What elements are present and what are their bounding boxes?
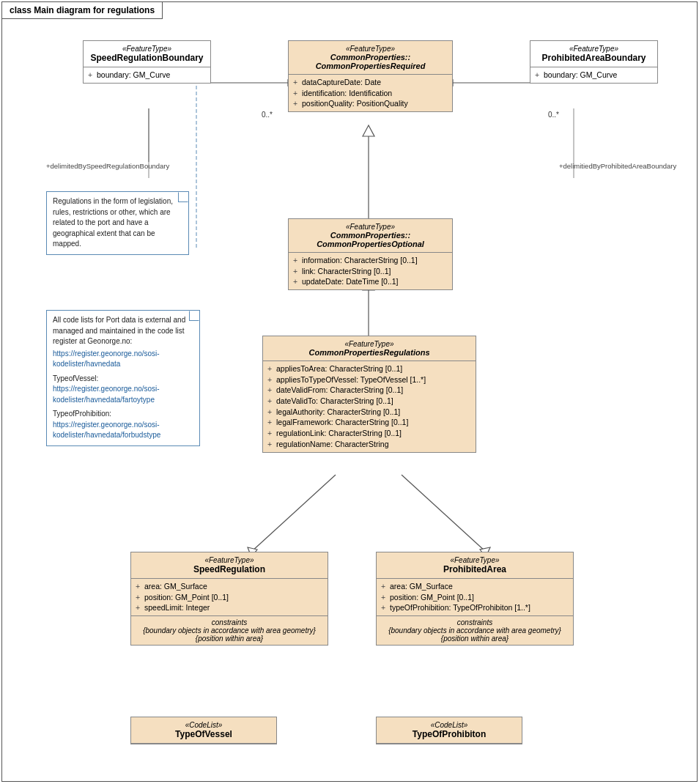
cpregs-stereotype: «FeatureType» [267, 340, 471, 348]
cpr-classname1: CommonProperties:: [293, 53, 448, 62]
pa-attr-2: + typeOfProhibition: TypeOfProhibiton [1… [381, 602, 569, 613]
pa-attr-1: + position: GM_Point [0..1] [381, 592, 569, 603]
sr-constraints-text2: {position within area} [136, 635, 323, 643]
pa-stereotype: «FeatureType» [381, 556, 569, 564]
cpo-attr-2: + updateDate: DateTime [0..1] [293, 276, 448, 287]
pa-classname: ProhibitedArea [381, 564, 569, 574]
pab-classname: ProhibitedAreaBoundary [535, 53, 653, 63]
note2-typeofprohibition-label: TypeofProhibition: [53, 409, 193, 420]
cpo-classname1: CommonProperties:: [293, 231, 448, 240]
sr-stereotype: «FeatureType» [136, 556, 323, 564]
cpregs-attr-5: + legalFramework: CharacterString [0..1] [267, 417, 471, 428]
svg-line-8 [251, 475, 336, 552]
cpregs-attr-3: + dateValidTo: CharacterString [0..1] [267, 396, 471, 407]
cpo-header: «FeatureType» CommonProperties:: CommonP… [289, 219, 452, 253]
note2-link3[interactable]: https://register.geonorge.no/sosi-kodeli… [53, 421, 160, 440]
sr-attr-0: + area: GM_Surface [136, 581, 323, 592]
tov-classname: TypeOfVessel [136, 729, 272, 739]
cpr-attr-1: + identification: Identification [293, 88, 448, 99]
sr-body: + area: GM_Surface + position: GM_Point … [131, 579, 328, 615]
srb-body: + boundary: GM_Curve [84, 67, 210, 83]
tov-header: «CodeList» TypeOfVessel [131, 717, 276, 744]
sr-constraints-text: {boundary objects in accordance with are… [136, 626, 323, 635]
cpregs-attr-0: + appliesToArea: CharacterString [0..1] [267, 363, 471, 374]
cpr-attr-0: + dataCaptureDate: Date [293, 77, 448, 88]
cpr-header: «FeatureType» CommonProperties:: CommonP… [289, 41, 452, 75]
speed-regulation-boundary-header: «FeatureType» SpeedRegulationBoundary [84, 41, 210, 67]
note1-box: Regulations in the form of legislation, … [46, 191, 189, 255]
svg-marker-5 [363, 125, 374, 136]
speed-regulation-boundary-box: «FeatureType» SpeedRegulationBoundary + … [83, 40, 211, 84]
pa-body: + area: GM_Surface + position: GM_Point … [377, 579, 573, 615]
pa-constraints-text2: {position within area} [381, 635, 569, 643]
type-of-prohibiton-box: «CodeList» TypeOfProhibiton [376, 717, 522, 744]
cpo-stereotype: «FeatureType» [293, 223, 448, 231]
srb-plus-0: + [88, 70, 94, 81]
note1-corner [178, 192, 188, 202]
sr-constraints-title: constraints [136, 618, 323, 626]
srb-classname: SpeedRegulationBoundary [88, 53, 206, 63]
mult-left: 0..* [262, 111, 273, 119]
cpr-stereotype: «FeatureType» [293, 45, 448, 53]
cpr-body: + dataCaptureDate: Date + identification… [289, 75, 452, 111]
cpregs-header: «FeatureType» CommonPropertiesRegulation… [263, 336, 476, 361]
pa-header: «FeatureType» ProhibitedArea [377, 552, 573, 579]
note1-text: Regulations in the form of legislation, … [53, 197, 173, 248]
cpo-attr-0: + information: CharacterString [0..1] [293, 255, 448, 266]
cpregs-attr-2: + dateValidFrom: CharacterString [0..1] [267, 385, 471, 396]
cpregs-attr-7: + regulationName: CharacterString [267, 439, 471, 450]
srb-attr-text-0: boundary: GM_Curve [97, 70, 170, 81]
sr-attr-2: + speedLimit: Integer [136, 602, 323, 613]
delimited-by-pab-label: +delimitiedByProhibitedAreaBoundary [559, 162, 687, 170]
cpregs-attr-4: + legalAuthority: CharacterString [0..1] [267, 407, 471, 418]
note2-link2[interactable]: https://register.geonorge.no/sosi-kodeli… [53, 385, 160, 404]
type-of-vessel-box: «CodeList» TypeOfVessel [130, 717, 277, 744]
pa-constraints-text: {boundary objects in accordance with are… [381, 626, 569, 635]
common-properties-regulations-box: «FeatureType» CommonPropertiesRegulation… [262, 336, 476, 453]
note2-corner [189, 311, 199, 321]
sr-constraints: constraints {boundary objects in accorda… [131, 615, 328, 645]
mult-right: 0..* [548, 111, 559, 119]
prohibited-area-boundary-box: «FeatureType» ProhibitedAreaBoundary + b… [530, 40, 658, 84]
cpregs-classname: CommonPropertiesRegulations [267, 348, 471, 357]
note2-link1[interactable]: https://register.geonorge.no/sosi-kodeli… [53, 350, 160, 369]
cpo-classname2: CommonPropertiesOptional [293, 240, 448, 248]
cpregs-body: + appliesToArea: CharacterString [0..1] … [263, 361, 476, 452]
pab-stereotype: «FeatureType» [535, 45, 653, 53]
pab-attr-0: + boundary: GM_Curve [535, 70, 653, 81]
cpr-classname2: CommonPropertiesRequired [293, 62, 448, 70]
pab-header: «FeatureType» ProhibitedAreaBoundary [530, 41, 657, 67]
cpr-attr-2: + positionQuality: PositionQuality [293, 98, 448, 109]
cpo-body: + information: CharacterString [0..1] + … [289, 253, 452, 289]
cpregs-attr-6: + regulationLink: CharacterString [0..1] [267, 428, 471, 439]
top-classname: TypeOfProhibiton [381, 729, 517, 739]
sr-classname: SpeedRegulation [136, 564, 323, 574]
pa-constraints: constraints {boundary objects in accorda… [377, 615, 573, 645]
srb-stereotype: «FeatureType» [88, 45, 206, 53]
tov-stereotype: «CodeList» [136, 721, 272, 729]
diagram-container: class Main diagram for regulations [1, 1, 698, 782]
svg-line-10 [402, 475, 486, 552]
sr-attr-1: + position: GM_Point [0..1] [136, 592, 323, 603]
pab-body: + boundary: GM_Curve [530, 67, 657, 83]
top-header: «CodeList» TypeOfProhibiton [377, 717, 522, 744]
pa-constraints-title: constraints [381, 618, 569, 626]
cpo-attr-1: + link: CharacterString [0..1] [293, 266, 448, 277]
pa-attr-0: + area: GM_Surface [381, 581, 569, 592]
common-properties-optional-box: «FeatureType» CommonProperties:: CommonP… [288, 218, 453, 290]
prohibited-area-box: «FeatureType» ProhibitedArea + area: GM_… [376, 552, 574, 646]
sr-header: «FeatureType» SpeedRegulation [131, 552, 328, 579]
note2-typeofvessel-label: TypeofVessel: [53, 374, 193, 385]
common-properties-required-box: «FeatureType» CommonProperties:: CommonP… [288, 40, 453, 112]
speed-regulation-box: «FeatureType» SpeedRegulation + area: GM… [130, 552, 328, 646]
note2-intro: All code lists for Port data is external… [53, 315, 193, 347]
note2-box: All code lists for Port data is external… [46, 310, 200, 446]
top-stereotype: «CodeList» [381, 721, 517, 729]
cpregs-attr-1: + appliesToTypeOfVessel: TypeOfVessel [1… [267, 374, 471, 385]
diagram-title: class Main diagram for regulations [2, 2, 163, 19]
srb-attr-0: + boundary: GM_Curve [88, 70, 206, 81]
delimited-by-srb-label: +delimitedBySpeedRegulationBoundary [46, 162, 163, 170]
